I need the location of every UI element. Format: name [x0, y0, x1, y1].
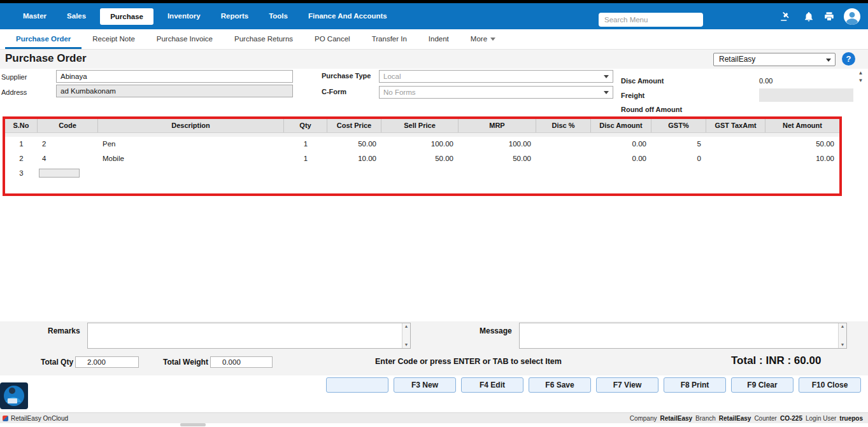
page-header: Purchase Order RetailEasy ?	[0, 50, 868, 69]
table-row[interactable]: 2 4 Mobile 1 10.00 50.00 50.00 0.00 0 10…	[5, 151, 839, 166]
f8-print-button[interactable]: F8 Print	[664, 377, 726, 393]
f6-save-button[interactable]: F6 Save	[529, 377, 591, 393]
f4-edit-button[interactable]: F4 Edit	[461, 377, 523, 393]
printer-icon[interactable]	[823, 11, 835, 22]
supplier-input[interactable]	[56, 70, 293, 83]
col-header-gst-pct: GST%	[651, 119, 706, 132]
cell-gst-taxamt	[706, 137, 765, 151]
branch-label: Branch	[695, 415, 716, 422]
disc-amount-value: 0.00	[759, 77, 772, 85]
module-tabbar: Purchase Order Receipt Note Purchase Inv…	[0, 29, 868, 50]
cell-code: 2	[38, 137, 98, 151]
f7-view-button[interactable]: F7 View	[596, 377, 658, 393]
bell-icon[interactable]	[803, 11, 815, 22]
message-textarea[interactable]	[520, 323, 837, 348]
col-header-sell-price: Sell Price	[381, 119, 459, 132]
spin-down-icon[interactable]: ▼	[404, 342, 409, 348]
spin-up-icon[interactable]: ▲	[841, 323, 845, 330]
scroll-up-icon[interactable]: ▲	[856, 69, 865, 77]
tab-indent[interactable]: Indent	[418, 29, 460, 49]
login-user-label: Login User	[806, 415, 836, 422]
nav-item-sales[interactable]: Sales	[57, 3, 96, 29]
tab-purchase-order[interactable]: Purchase Order	[5, 29, 82, 49]
nav-item-reports[interactable]: Reports	[211, 3, 259, 29]
address-input[interactable]	[56, 85, 293, 97]
scroll-down-icon[interactable]: ▼	[856, 77, 865, 85]
items-table-header: S.No Code Description Qty Cost Price Sel…	[5, 119, 839, 133]
tab-purchase-returns[interactable]: Purchase Returns	[224, 29, 304, 49]
total-qty-label: Total Qty	[41, 358, 73, 367]
tab-po-cancel[interactable]: PO Cancel	[304, 29, 361, 49]
cell-gst-pct: 0	[651, 151, 706, 166]
branch-value: RetailEasy	[719, 415, 751, 422]
nav-menu: Master Sales Purchase Inventory Reports …	[0, 3, 868, 29]
nav-item-purchase[interactable]: Purchase	[100, 8, 153, 25]
message-box: ▲▼	[519, 323, 847, 349]
cell-disc-pct	[536, 151, 591, 166]
company-label: Company	[630, 415, 657, 422]
purchase-type-select[interactable]: Local	[379, 70, 613, 83]
company-value: RetailEasy	[660, 415, 693, 422]
f9-clear-button[interactable]: F9 Clear	[731, 377, 793, 393]
address-label: Address	[1, 88, 27, 96]
table-row[interactable]: 1 2 Pen 1 50.00 100.00 100.00 0.00 5 50.…	[5, 137, 839, 151]
cell-code	[38, 166, 98, 181]
cell-net-amount: 10.00	[765, 151, 839, 166]
nav-item-inventory[interactable]: Inventory	[157, 3, 211, 29]
cell-cost-price: 10.00	[327, 151, 381, 166]
c-form-label: C-Form	[322, 88, 346, 95]
code-entry-input[interactable]	[39, 169, 80, 178]
cell-sell-price: 50.00	[381, 151, 459, 166]
supplier-label: Supplier	[1, 73, 27, 81]
gavel-icon[interactable]	[779, 11, 791, 22]
col-header-sno: S.No	[5, 119, 38, 132]
tab-more[interactable]: More	[460, 29, 506, 49]
user-avatar[interactable]	[844, 8, 860, 25]
cell-mrp: 100.00	[459, 137, 536, 151]
tab-transfer-in[interactable]: Transfer In	[361, 29, 418, 49]
blank-button[interactable]	[326, 377, 388, 393]
table-entry-row[interactable]: 3	[5, 166, 839, 181]
counter-value: CO-225	[780, 415, 802, 422]
purchase-type-label: Purchase Type	[322, 72, 371, 80]
remarks-textarea[interactable]	[88, 323, 401, 348]
spin-down-icon[interactable]: ▼	[841, 342, 845, 348]
status-bar: RetailEasy OnCloud Company RetailEasy Br…	[0, 412, 868, 423]
charges-scrollbar[interactable]: ▲ ▼	[856, 69, 865, 113]
nav-item-tools[interactable]: Tools	[259, 3, 298, 29]
tab-purchase-invoice[interactable]: Purchase Invoice	[146, 29, 224, 49]
cell-net-amount: 50.00	[765, 137, 839, 151]
col-header-disc-pct: Disc %	[536, 119, 591, 132]
function-button-row: F3 New F4 Edit F6 Save F7 View F8 Print …	[326, 377, 861, 393]
counter-label: Counter	[754, 415, 777, 422]
cell-description: Pen	[98, 137, 284, 151]
f3-new-button[interactable]: F3 New	[394, 377, 456, 393]
freight-input[interactable]	[759, 88, 853, 102]
nav-item-master[interactable]: Master	[13, 3, 57, 29]
message-spinner: ▲▼	[838, 323, 846, 348]
col-header-code: Code	[38, 119, 98, 132]
tab-receipt-note[interactable]: Receipt Note	[82, 29, 145, 49]
total-qty-input[interactable]	[75, 356, 139, 368]
brand-logo	[0, 382, 28, 409]
remarks-box: ▲▼	[87, 323, 411, 349]
cell-gst-taxamt	[706, 151, 765, 166]
col-header-gst-taxamt: GST TaxAmt	[706, 119, 765, 132]
c-form-select[interactable]: No Forms	[379, 86, 613, 99]
help-button[interactable]: ?	[842, 52, 855, 66]
nav-item-finance-and-accounts[interactable]: Finance And Accounts	[298, 3, 397, 29]
horizontal-scrollbar-thumb[interactable]	[180, 423, 206, 426]
cell-sell-price: 100.00	[381, 137, 459, 151]
cell-qty: 1	[284, 137, 327, 151]
spin-up-icon[interactable]: ▲	[404, 323, 409, 330]
total-weight-input[interactable]	[210, 356, 273, 368]
f10-close-button[interactable]: F10 Close	[799, 377, 861, 393]
profile-select[interactable]: RetailEasy	[713, 53, 836, 66]
app-name: RetailEasy OnCloud	[11, 415, 68, 422]
total-weight-label: Total Weight	[163, 358, 208, 367]
search-input[interactable]	[599, 13, 703, 27]
cell-description: Mobile	[98, 151, 284, 166]
cell-cost-price: 50.00	[327, 137, 381, 151]
remarks-spinner: ▲▼	[402, 323, 410, 348]
chevron-down-icon	[826, 59, 831, 62]
